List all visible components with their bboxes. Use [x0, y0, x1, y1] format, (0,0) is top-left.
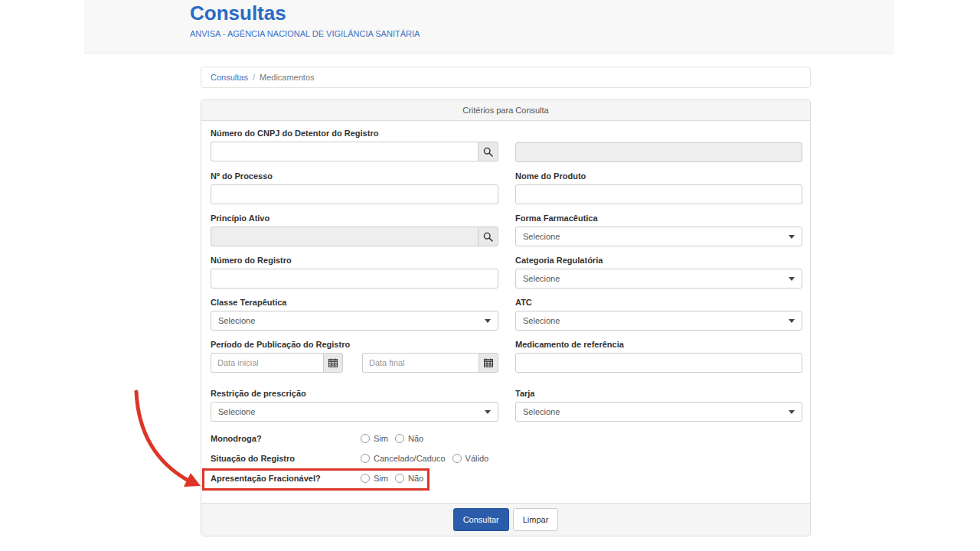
page-title: Consultas [190, 2, 894, 24]
field-forma-farmaceutica: Forma Farmacêutica Selecione [515, 214, 802, 246]
data-inicial-input[interactable] [211, 353, 323, 373]
monodroga-option-nao: Não [395, 434, 423, 443]
situacao-registro-label: Situação do Registro [211, 454, 361, 463]
chevron-down-icon [789, 277, 795, 281]
row-registro-categoria: Número do Registro Categoria Regulatória… [211, 256, 801, 289]
data-inicial-calendar-button[interactable] [323, 353, 343, 373]
periodo-publicacao-label: Período de Publicação do Registro [211, 340, 498, 349]
atc-selected: Selecione [523, 316, 560, 325]
monodroga-sim-radio[interactable] [361, 434, 370, 443]
tarja-label: Tarja [515, 389, 802, 398]
chevron-down-icon [485, 319, 491, 323]
row-apresentacao-fracionavel: Apresentação Fracionável? Sim Não [211, 474, 801, 483]
row-cnpj: Número do CNPJ do Detentor do Registro [211, 129, 801, 162]
monodroga-sim-label: Sim [374, 434, 388, 443]
panel-footer: Consultar Limpar [201, 503, 810, 536]
breadcrumb-current: Medicamentos [260, 73, 315, 82]
apresentacao-fracionavel-options: Sim Não [361, 474, 423, 483]
situacao-option-valido: Válido [452, 454, 489, 463]
classe-terapeutica-selected: Selecione [218, 316, 255, 325]
row-monodroga: Monodroga? Sim Não [211, 434, 801, 443]
forma-farmaceutica-label: Forma Farmacêutica [515, 214, 802, 223]
data-inicial-group [211, 353, 343, 373]
forma-farmaceutica-selected: Selecione [523, 232, 560, 241]
monodroga-option-sim: Sim [361, 434, 388, 443]
field-medicamento-referencia: Medicamento de referência [515, 340, 802, 373]
processo-label: Nº do Processo [211, 171, 498, 181]
restricao-prescricao-label: Restrição de prescrição [211, 389, 498, 398]
criteria-panel: Critérios para Consulta Número do CNPJ d… [201, 99, 811, 536]
tarja-selected: Selecione [523, 407, 560, 416]
numero-registro-input[interactable] [211, 269, 498, 289]
monodroga-nao-radio[interactable] [395, 434, 404, 443]
red-annotation-arrow [113, 378, 213, 497]
breadcrumb-separator: / [253, 73, 255, 82]
row-principio-forma: Princípio Ativo Forma Farmacêutica Selec… [211, 214, 801, 246]
breadcrumb-link-consultas[interactable]: Consultas [211, 73, 248, 82]
panel-body: Número do CNPJ do Detentor do Registro [201, 121, 810, 503]
search-icon [483, 147, 493, 157]
consultar-button[interactable]: Consultar [453, 508, 509, 531]
situacao-valido-label: Válido [466, 454, 489, 463]
situacao-valido-radio[interactable] [452, 454, 462, 463]
situacao-cancelado-radio[interactable] [361, 454, 370, 463]
medicamento-referencia-input[interactable] [515, 353, 802, 373]
processo-input[interactable] [211, 184, 498, 204]
fracionavel-nao-radio[interactable] [395, 474, 404, 483]
principio-ativo-label: Princípio Ativo [211, 214, 498, 223]
atc-select[interactable]: Selecione [515, 311, 802, 331]
cnpj-linked-name-input [515, 142, 802, 162]
header-band: Consultas ANVISA - AGÊNCIA NACIONAL DE V… [84, 0, 894, 54]
monodroga-nao-label: Não [408, 434, 423, 443]
situacao-registro-options: Cancelado/Caduco Válido [361, 454, 488, 463]
row-classe-atc: Classe Terapêutica Selecione ATC Selecio… [211, 298, 801, 331]
principio-ativo-input-group [211, 227, 498, 246]
chevron-down-icon [485, 410, 491, 414]
field-nome-produto: Nome do Produto [515, 171, 802, 204]
chevron-down-icon [789, 235, 795, 239]
field-cnpj: Número do CNPJ do Detentor do Registro [211, 129, 498, 162]
classe-terapeutica-label: Classe Terapêutica [211, 298, 498, 307]
field-cnpj-name [515, 129, 802, 162]
limpar-button[interactable]: Limpar [513, 508, 559, 531]
cnpj-search-button[interactable] [478, 142, 498, 161]
principio-ativo-input [211, 227, 478, 246]
cnpj-label: Número do CNPJ do Detentor do Registro [211, 129, 498, 138]
field-classe-terapeutica: Classe Terapêutica Selecione [211, 298, 498, 331]
numero-registro-label: Número do Registro [211, 256, 498, 265]
restricao-prescricao-selected: Selecione [218, 407, 255, 416]
fracionavel-option-nao: Não [395, 474, 423, 483]
forma-farmaceutica-select[interactable]: Selecione [515, 227, 802, 246]
nome-produto-label: Nome do Produto [515, 171, 802, 181]
principio-ativo-search-button[interactable] [478, 227, 498, 246]
fracionavel-sim-label: Sim [374, 474, 388, 483]
panel-title: Critérios para Consulta [201, 100, 810, 121]
chevron-down-icon [789, 319, 795, 323]
situacao-option-cancelado: Cancelado/Caduco [361, 454, 446, 463]
restricao-prescricao-select[interactable]: Selecione [211, 402, 498, 422]
search-icon [483, 232, 493, 242]
row-processo-produto: Nº do Processo Nome do Produto [211, 171, 801, 204]
classe-terapeutica-select[interactable]: Selecione [211, 311, 498, 331]
cnpj-input[interactable] [211, 142, 478, 161]
nome-produto-input[interactable] [515, 184, 802, 204]
data-final-input[interactable] [362, 353, 479, 373]
medicamento-referencia-label: Medicamento de referência [515, 340, 802, 349]
main-content: Consultas / Medicamentos Critérios para … [201, 67, 811, 536]
fracionavel-option-sim: Sim [361, 474, 388, 483]
categoria-regulatoria-label: Categoria Regulatória [515, 256, 802, 265]
categoria-regulatoria-select[interactable]: Selecione [515, 269, 802, 289]
fracionavel-sim-radio[interactable] [361, 474, 370, 483]
fracionavel-nao-label: Não [408, 474, 423, 483]
field-numero-registro: Número do Registro [211, 256, 498, 289]
field-restricao-prescricao: Restrição de prescrição Selecione [211, 389, 498, 422]
atc-label: ATC [515, 298, 802, 307]
row-periodo-referencia: Período de Publicação do Registro [211, 340, 801, 373]
tarja-select[interactable]: Selecione [515, 402, 802, 422]
breadcrumb: Consultas / Medicamentos [201, 67, 811, 88]
chevron-down-icon [789, 410, 795, 414]
field-categoria-regulatoria: Categoria Regulatória Selecione [515, 256, 802, 289]
categoria-regulatoria-selected: Selecione [523, 274, 560, 283]
row-restricao-tarja: Restrição de prescrição Selecione Tarja … [211, 389, 801, 422]
data-final-calendar-button[interactable] [479, 353, 498, 373]
